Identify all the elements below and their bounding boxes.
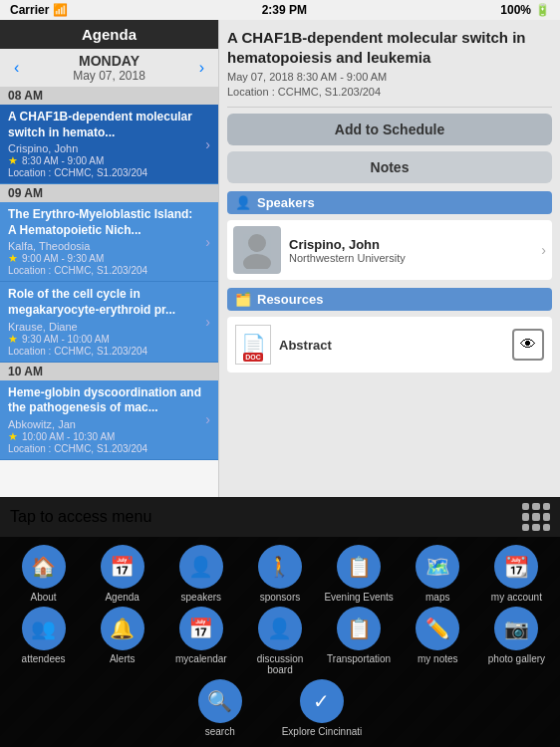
menu-agenda-label: Agenda	[105, 592, 139, 603]
menu-item-alerts[interactable]: 🔔 Alerts	[88, 607, 157, 675]
agenda-title: Agenda	[82, 26, 137, 43]
status-bar: Carrier 📶 2:39 PM 100% 🔋	[0, 0, 560, 20]
grid-cell	[522, 513, 529, 520]
menu-item-my-notes[interactable]: ✏️ my notes	[403, 607, 472, 675]
agenda-item-3-arrow: ›	[201, 287, 210, 356]
transportation-icon-circle: 📋	[337, 607, 381, 650]
detail-divider-1	[227, 107, 552, 108]
agenda-item-4-content: Heme-globin dyscoordination and the path…	[8, 385, 201, 454]
menu-mycalendar-label: mycalendar	[175, 653, 227, 664]
agenda-prev-arrow[interactable]: ‹	[10, 59, 23, 77]
agenda-item-2-time: 9:00 AM - 9:30 AM	[22, 253, 104, 264]
search-icon-circle: 🔍	[198, 679, 242, 723]
time-header-09am: 09 AM	[0, 184, 218, 202]
menu-my-account-label: my account	[491, 592, 542, 603]
grid-cell	[522, 524, 529, 531]
agenda-date-nav: ‹ MONDAY May 07, 2018 ›	[0, 49, 218, 87]
carrier-label: Carrier	[10, 3, 49, 17]
sponsors-icon-circle: 🚶	[258, 545, 302, 589]
grid-cell	[543, 524, 550, 531]
menu-transportation-label: Transportation	[327, 653, 391, 664]
menu-attendees-label: attendees	[22, 653, 66, 664]
agenda-item-3-time: 9:30 AM - 10:00 AM	[22, 334, 110, 345]
menu-item-sponsors[interactable]: 🚶 sponsors	[245, 545, 315, 603]
speaker-name: Crispino, John	[289, 237, 541, 252]
resources-icon: 🗂️	[235, 292, 251, 307]
menu-item-about[interactable]: 🏠 About	[9, 545, 79, 603]
status-left: Carrier 📶	[10, 3, 68, 17]
menu-item-maps[interactable]: 🗺️ maps	[403, 545, 472, 603]
tap-bar[interactable]: Tap to access menu	[0, 497, 560, 537]
agenda-header: Agenda	[0, 20, 218, 49]
add-to-schedule-button[interactable]: Add to Schedule	[227, 114, 552, 145]
menu-explore-cincinnati-label: Explore Cincinnati	[282, 726, 363, 737]
menu-grid: 🏠 About 📅 Agenda 👤 speakers 🚶 sponsors 📋	[0, 537, 560, 747]
agenda-item-1[interactable]: A CHAF1B-dependent molecular switch in h…	[0, 105, 218, 184]
agenda-item-1-arrow: ›	[201, 110, 210, 178]
agenda-next-arrow[interactable]: ›	[195, 59, 208, 77]
menu-item-transportation[interactable]: 📋 Transportation	[324, 607, 394, 675]
agenda-item-2[interactable]: The Erythro-Myeloblastic Island: A Hemat…	[0, 202, 218, 282]
resource-label: Abstract	[279, 338, 504, 353]
grid-cell	[532, 513, 539, 520]
alerts-icon-circle: 🔔	[101, 607, 144, 650]
resource-row: 📄 DOC Abstract 👁	[227, 317, 552, 373]
detail-panel: A CHAF1B-dependent molecular switch in h…	[219, 20, 560, 497]
wifi-icon: 📶	[53, 3, 68, 17]
menu-item-photo-gallery[interactable]: 📷 photo gallery	[481, 607, 551, 675]
agenda-item-1-content: A CHAF1B-dependent molecular switch in h…	[8, 110, 201, 178]
agenda-date-text: MONDAY May 07, 2018	[73, 53, 145, 83]
speakers-section-label: Speakers	[257, 195, 315, 210]
menu-item-search[interactable]: 🔍 search	[198, 679, 242, 737]
resource-doc-icon: 📄 DOC	[235, 325, 271, 365]
menu-item-speakers[interactable]: 👤 speakers	[166, 545, 236, 603]
menu-item-explore-cincinnati[interactable]: ✓ Explore Cincinnati	[282, 679, 363, 737]
agenda-item-3-title: Role of the cell cycle in megakaryocyte-…	[8, 287, 201, 318]
menu-alerts-label: Alerts	[110, 653, 136, 664]
grid-cell	[532, 503, 539, 510]
resource-badge: DOC	[243, 353, 263, 362]
agenda-item-4-title: Heme-globin dyscoordination and the path…	[8, 385, 201, 416]
speakers-icon: 👤	[235, 195, 251, 210]
menu-discussion-board-label: discussion board	[245, 653, 315, 675]
main-content: Agenda ‹ MONDAY May 07, 2018 › 08 AM A C…	[0, 20, 560, 747]
attendees-icon-circle: 👥	[22, 607, 66, 650]
resources-section-header: 🗂️ Resources	[227, 288, 552, 311]
mycalendar-icon-circle: 📅	[179, 607, 223, 650]
panels: Agenda ‹ MONDAY May 07, 2018 › 08 AM A C…	[0, 20, 560, 497]
agenda-item-4[interactable]: Heme-globin dyscoordination and the path…	[0, 380, 218, 460]
menu-photo-gallery-label: photo gallery	[488, 653, 545, 664]
agenda-item-4-arrow: ›	[201, 385, 210, 454]
menu-item-discussion-board[interactable]: 👤 discussion board	[245, 607, 315, 675]
agenda-item-1-star: ★	[8, 154, 18, 167]
menu-item-mycalendar[interactable]: 📅 mycalendar	[166, 607, 236, 675]
svg-point-1	[243, 254, 271, 269]
menu-speakers-label: speakers	[181, 592, 222, 603]
agenda-item-2-title: The Erythro-Myeloblastic Island: A Hemat…	[8, 207, 201, 238]
speaker-row[interactable]: Crispino, John Northwestern University ›	[227, 220, 552, 280]
status-right: 100% 🔋	[500, 3, 550, 17]
menu-item-attendees[interactable]: 👥 attendees	[9, 607, 79, 675]
battery-icon: 🔋	[535, 3, 550, 17]
resource-eye-button[interactable]: 👁	[512, 329, 544, 361]
menu-item-evening-events[interactable]: 📋 Evening Events	[324, 545, 394, 603]
notes-button[interactable]: Notes	[227, 151, 552, 183]
menu-item-my-account[interactable]: 📆 my account	[481, 545, 551, 603]
speaker-avatar	[233, 226, 281, 274]
bottom-menu: Tap to access menu 🏠 About	[0, 497, 560, 747]
agenda-item-3-content: Role of the cell cycle in megakaryocyte-…	[8, 287, 201, 356]
agenda-item-1-title: A CHAF1B-dependent molecular switch in h…	[8, 110, 201, 140]
speaker-avatar-icon	[241, 231, 273, 269]
speakers-section-header: 👤 Speakers	[227, 191, 552, 214]
speakers-icon-circle: 👤	[179, 545, 223, 589]
detail-title: A CHAF1B-dependent molecular switch in h…	[227, 28, 552, 67]
grid-cell	[532, 524, 539, 531]
agenda-item-1-time: 8:30 AM - 9:00 AM	[22, 155, 104, 166]
grid-menu-icon[interactable]	[522, 503, 550, 531]
agenda-item-4-time: 10:00 AM - 10:30 AM	[22, 431, 115, 442]
agenda-item-3[interactable]: Role of the cell cycle in megakaryocyte-…	[0, 282, 218, 362]
speaker-row-arrow: ›	[541, 242, 546, 258]
menu-row-3: 🔍 search ✓ Explore Cincinnati	[4, 679, 556, 743]
menu-item-agenda[interactable]: 📅 Agenda	[88, 545, 157, 603]
grid-cell	[543, 503, 550, 510]
